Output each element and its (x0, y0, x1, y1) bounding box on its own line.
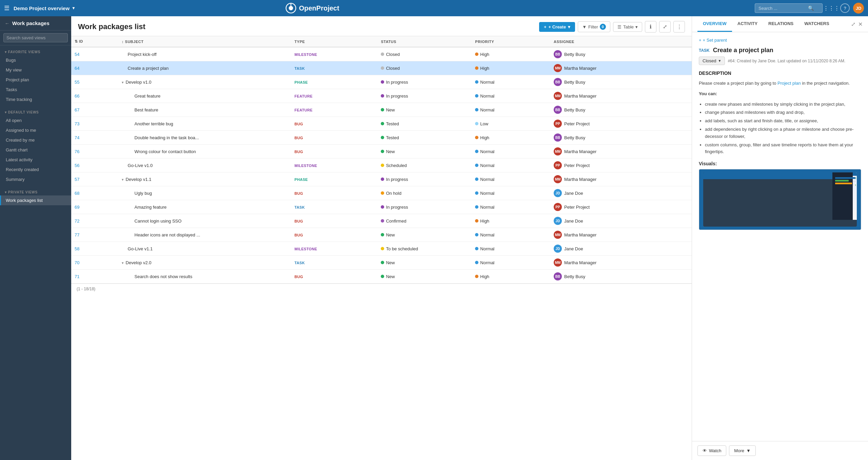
id-link[interactable]: 55 (75, 80, 79, 85)
id-link[interactable]: 66 (75, 93, 79, 99)
sidebar-item-createdbyme[interactable]: Created by me (0, 135, 71, 145)
info-button[interactable]: ℹ (645, 21, 656, 33)
status-dot (381, 80, 384, 84)
cell-assignee: BB Betty Busy (550, 103, 692, 117)
table-view-button[interactable]: ☰ Table ▾ (613, 22, 642, 32)
sidebar-item-summary[interactable]: Summary (0, 174, 71, 184)
id-link[interactable]: 64 (75, 66, 79, 71)
sidebar-item-bugs[interactable]: Bugs (0, 55, 71, 65)
sidebar-item-tasks[interactable]: Tasks (0, 85, 71, 95)
filter-icon: ▼ (582, 24, 587, 29)
id-link[interactable]: 76 (75, 149, 79, 154)
status-dropdown[interactable]: Closed ▼ (699, 57, 725, 65)
back-icon[interactable]: ← (5, 21, 9, 26)
sidebar-item-latestactivity[interactable]: Latest activity (0, 155, 71, 165)
project-plan-link[interactable]: Project plan (777, 81, 801, 86)
cell-id: 69 (71, 200, 118, 214)
table-row[interactable]: 55 ▾ Develop v1.0 PHASE In progress Norm… (71, 75, 692, 89)
id-link[interactable]: 54 (75, 52, 79, 57)
table-row[interactable]: 67 Best feature FEATURE New Normal BB Be… (71, 103, 692, 117)
assignee-avatar: BB (554, 272, 562, 280)
table-row[interactable]: 57 ▾ Develop v1.1 PHASE In progress Norm… (71, 172, 692, 186)
fullscreen-button[interactable]: ⤢ (659, 21, 671, 33)
work-packages-header: Work packages list + + Create ▾ ▼ Filter… (71, 16, 692, 36)
assignee-avatar: MM (554, 92, 562, 100)
id-link[interactable]: 57 (75, 177, 79, 182)
id-link[interactable]: 72 (75, 218, 79, 224)
table-row[interactable]: 66 Great feature FEATURE In progress Nor… (71, 89, 692, 103)
id-link[interactable]: 69 (75, 205, 79, 210)
project-title[interactable]: Demo Project overview ▼ (14, 5, 76, 11)
tab-overview[interactable]: OVERVIEW (697, 16, 732, 32)
col-header-id[interactable]: ⇅ ID (71, 36, 118, 47)
cell-subject: Cannot login using SSO (118, 214, 291, 228)
tab-relations[interactable]: RELATIONS (763, 16, 799, 32)
global-search[interactable]: 🔍 (755, 3, 823, 13)
top-nav-right: 🔍 ⋮⋮⋮ ? JD (755, 3, 864, 14)
table-row[interactable]: 70 ▾ Develop v2.0 TASK New Normal MM Mar… (71, 256, 692, 270)
cell-priority: Normal (472, 186, 550, 200)
expand-icon[interactable]: ▾ (122, 261, 124, 265)
sidebar-item-recentlycreated[interactable]: Recently created (0, 165, 71, 174)
col-header-status[interactable]: STATUS (377, 36, 472, 47)
hamburger-icon[interactable]: ☰ (4, 4, 9, 12)
id-link[interactable]: 73 (75, 121, 79, 126)
table-row[interactable]: 56 Go-Live v1.0 MILESTONE Scheduled Norm… (71, 159, 692, 172)
id-link[interactable]: 70 (75, 260, 79, 265)
expand-icon[interactable]: ▾ (122, 177, 124, 182)
more-options-button[interactable]: ⋮ (673, 21, 685, 33)
sidebar-item-assignedtome[interactable]: Assigned to me (0, 125, 71, 135)
filter-button[interactable]: ▼ Filter 0 (578, 21, 610, 32)
search-input[interactable] (758, 6, 806, 11)
cell-assignee: PP Peter Project (550, 159, 692, 172)
cell-id: 73 (71, 117, 118, 131)
table-row[interactable]: 68 Ugly bug BUG On hold Normal JD Jane D… (71, 186, 692, 200)
sidebar-item-workpackageslist[interactable]: Work packages list (0, 195, 71, 205)
sidebar-item-myview[interactable]: My view (0, 65, 71, 75)
table-row[interactable]: 58 Go-Live v1.1 MILESTONE To be schedule… (71, 242, 692, 256)
plus-icon: + (544, 24, 547, 29)
watch-button[interactable]: 👁 Watch (697, 445, 726, 456)
close-icon[interactable]: ✕ (858, 21, 863, 27)
table-row[interactable]: 69 Amazing feature TASK In progress Norm… (71, 200, 692, 214)
set-parent-button[interactable]: + + Set parent (699, 38, 861, 43)
tab-activity[interactable]: ACTIVITY (732, 16, 763, 32)
id-link[interactable]: 77 (75, 232, 79, 237)
expand-icon[interactable]: ▾ (122, 80, 124, 84)
create-button[interactable]: + + Create ▾ (539, 22, 575, 32)
id-link[interactable]: 68 (75, 191, 79, 196)
id-link[interactable]: 71 (75, 274, 79, 279)
table-row[interactable]: 76 Wrong colour for contact button BUG N… (71, 145, 692, 159)
cell-subject: ▾ Develop v1.0 (118, 75, 291, 89)
cell-status: In progress (377, 89, 472, 103)
table-row[interactable]: 64 Create a project plan TASK Closed Hig… (71, 61, 692, 75)
more-button[interactable]: More ▼ (729, 445, 756, 456)
col-header-priority[interactable]: PRIORITY (472, 36, 550, 47)
col-header-type[interactable]: TYPE (291, 36, 378, 47)
table-row[interactable]: 71 Search does not show results BUG New … (71, 270, 692, 284)
sidebar-item-ganttchart[interactable]: Gantt chart (0, 145, 71, 155)
id-link[interactable]: 74 (75, 135, 79, 140)
sidebar-item-allopen[interactable]: All open (0, 116, 71, 125)
id-link[interactable]: 56 (75, 163, 79, 168)
help-icon[interactable]: ? (840, 3, 850, 13)
sidebar-item-timetracking[interactable]: Time tracking (0, 95, 71, 104)
id-link[interactable]: 58 (75, 246, 79, 251)
table-row[interactable]: 73 Another terrible bug BUG Tested Low P… (71, 117, 692, 131)
table-row[interactable]: 77 Header icons are not displayed ... BU… (71, 228, 692, 242)
cell-subject: Best feature (118, 103, 291, 117)
id-link[interactable]: 67 (75, 107, 79, 112)
table-row[interactable]: 72 Cannot login using SSO BUG Confirmed … (71, 214, 692, 228)
col-header-subject[interactable]: ↕ SUBJECT (118, 36, 291, 47)
sidebar-search-input[interactable] (3, 33, 68, 42)
table-row[interactable]: 74 Double heading in the task boa... BUG… (71, 131, 692, 145)
priority-dot (475, 122, 478, 125)
sidebar-item-projectplan[interactable]: Project plan (0, 75, 71, 85)
cell-priority: Normal (472, 89, 550, 103)
expand-icon[interactable]: ⤢ (851, 21, 855, 27)
user-avatar[interactable]: JD (853, 3, 864, 14)
grid-icon[interactable]: ⋮⋮⋮ (826, 3, 837, 14)
table-row[interactable]: 54 Project kick-off MILESTONE Closed Hig… (71, 47, 692, 61)
tab-watchers[interactable]: WATCHERS (799, 16, 834, 32)
col-header-assignee[interactable]: ASSIGNEE (550, 36, 692, 47)
